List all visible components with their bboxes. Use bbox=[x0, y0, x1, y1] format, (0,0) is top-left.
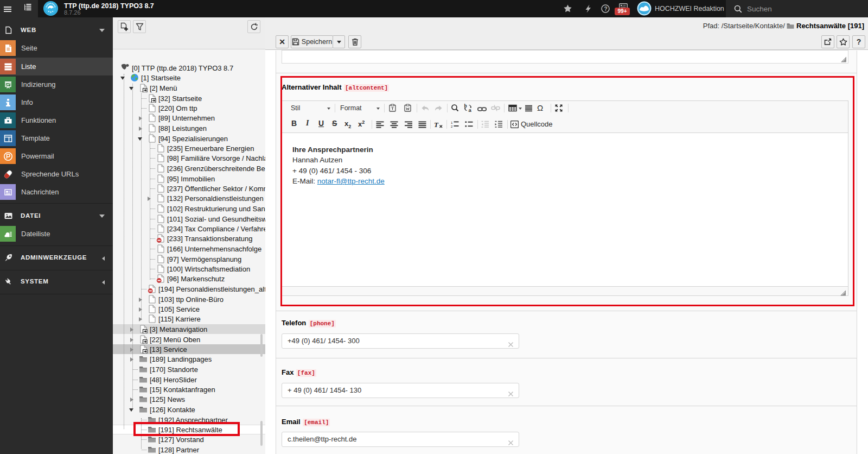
svg-text:?: ? bbox=[604, 6, 607, 12]
